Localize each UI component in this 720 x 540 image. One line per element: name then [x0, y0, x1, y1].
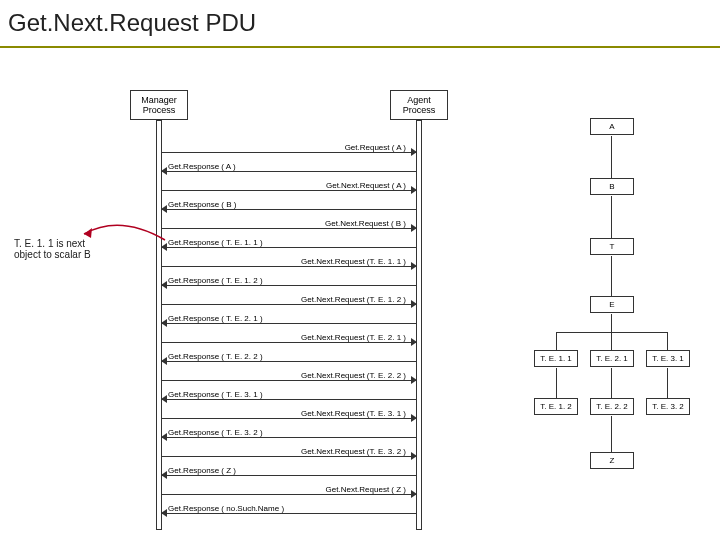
message-arrow: Get.Response ( no.Such.Name ) [162, 507, 416, 519]
message-label: Get.Next.Request ( B ) [325, 219, 406, 228]
message-label: Get.Next.Request (T. E. 3. 2 ) [301, 447, 406, 456]
tree-node-b: B [590, 178, 634, 195]
message-label: Get.Response ( B ) [168, 200, 236, 209]
message-label: Get.Next.Request ( A ) [326, 181, 406, 190]
message-label: Get.Response ( no.Such.Name ) [168, 504, 284, 513]
page-title: Get.Next.Request PDU [8, 9, 256, 37]
message-label: Get.Response ( T. E. 1. 1 ) [168, 238, 263, 247]
tree-edge [611, 196, 612, 238]
message-arrow: Get.Response ( T. E. 2. 1 ) [162, 317, 416, 329]
agent-lifeline [416, 120, 422, 530]
tree-edge [556, 332, 668, 333]
message-arrow: Get.Response ( Z ) [162, 469, 416, 481]
message-arrow: Get.Response ( T. E. 3. 1 ) [162, 393, 416, 405]
diagram-stage: Manager Process Agent Process Get.Reques… [0, 48, 720, 540]
manager-process-box: Manager Process [130, 90, 188, 120]
tree-leaf: T. E. 3. 1 [646, 350, 690, 367]
message-arrow: Get.Next.Request (T. E. 3. 1 ) [162, 412, 416, 424]
tree-edge [667, 332, 668, 350]
tree-leaf: T. E. 1. 1 [534, 350, 578, 367]
message-arrow: Get.Response ( T. E. 1. 1 ) [162, 241, 416, 253]
tree-node-z: Z [590, 452, 634, 469]
message-arrow: Get.Next.Request (T. E. 2. 1 ) [162, 336, 416, 348]
message-label: Get.Response ( T. E. 3. 1 ) [168, 390, 263, 399]
tree-leaf: T. E. 1. 2 [534, 398, 578, 415]
message-arrow: Get.Response ( T. E. 2. 2 ) [162, 355, 416, 367]
title-bar: Get.Next.Request PDU [0, 0, 720, 48]
tree-edge [611, 256, 612, 296]
tree-edge [667, 368, 668, 398]
message-label: Get.Response ( T. E. 1. 2 ) [168, 276, 263, 285]
message-arrow: Get.Response ( T. E. 3. 2 ) [162, 431, 416, 443]
tree-edge [556, 368, 557, 398]
tree-leaf: T. E. 2. 2 [590, 398, 634, 415]
message-arrow: Get.Next.Request ( B ) [162, 222, 416, 234]
message-label: Get.Next.Request (T. E. 2. 2 ) [301, 371, 406, 380]
tree-edge [611, 314, 612, 332]
message-arrow: Get.Response ( B ) [162, 203, 416, 215]
message-arrow: Get.Response ( T. E. 1. 2 ) [162, 279, 416, 291]
tree-node-a: A [590, 118, 634, 135]
message-label: Get.Response ( T. E. 3. 2 ) [168, 428, 263, 437]
note-arrow [80, 218, 170, 248]
message-arrow: Get.Next.Request (T. E. 1. 2 ) [162, 298, 416, 310]
message-label: Get.Next.Request (T. E. 3. 1 ) [301, 409, 406, 418]
tree-leaf: T. E. 2. 1 [590, 350, 634, 367]
message-arrow: Get.Next.Request ( A ) [162, 184, 416, 196]
tree-edge [611, 136, 612, 178]
tree-leaf: T. E. 3. 2 [646, 398, 690, 415]
message-label: Get.Response ( A ) [168, 162, 236, 171]
message-label: Get.Request ( A ) [345, 143, 406, 152]
message-arrow: Get.Response ( A ) [162, 165, 416, 177]
message-label: Get.Response ( T. E. 2. 2 ) [168, 352, 263, 361]
tree-edge [556, 332, 557, 350]
message-arrow: Get.Next.Request (T. E. 2. 2 ) [162, 374, 416, 386]
message-label: Get.Next.Request ( Z ) [326, 485, 406, 494]
tree-edge [611, 416, 612, 452]
message-label: Get.Next.Request (T. E. 2. 1 ) [301, 333, 406, 342]
agent-process-box: Agent Process [390, 90, 448, 120]
tree-edge [611, 332, 612, 350]
tree-edge [611, 368, 612, 398]
message-label: Get.Next.Request (T. E. 1. 1 ) [301, 257, 406, 266]
message-arrow: Get.Request ( A ) [162, 146, 416, 158]
message-label: Get.Response ( T. E. 2. 1 ) [168, 314, 263, 323]
tree-node-t: T [590, 238, 634, 255]
message-label: Get.Next.Request (T. E. 1. 2 ) [301, 295, 406, 304]
message-arrow: Get.Next.Request (T. E. 3. 2 ) [162, 450, 416, 462]
message-arrow: Get.Next.Request ( Z ) [162, 488, 416, 500]
message-label: Get.Response ( Z ) [168, 466, 236, 475]
message-arrow: Get.Next.Request (T. E. 1. 1 ) [162, 260, 416, 272]
tree-node-e: E [590, 296, 634, 313]
